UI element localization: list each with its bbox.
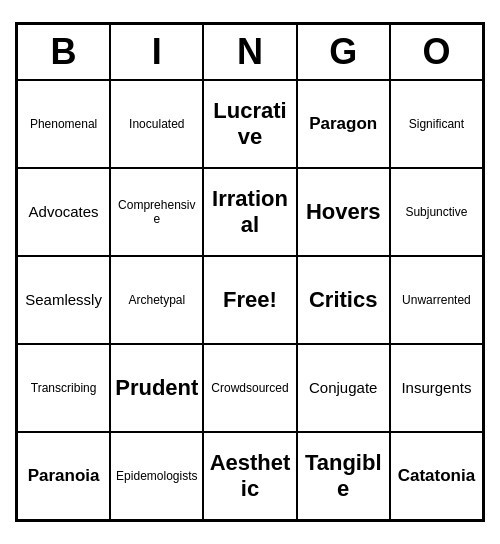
bingo-cell-1-0: Advocates <box>17 168 110 256</box>
bingo-cell-4-3: Tangible <box>297 432 390 520</box>
cell-text-2-0: Seamlessly <box>25 291 102 309</box>
cell-text-2-4: Unwarrented <box>402 293 471 307</box>
bingo-row-1: AdvocatesComprehensiveIrrationalHoversSu… <box>17 168 483 256</box>
bingo-cell-4-0: Paranoia <box>17 432 110 520</box>
cell-text-4-3: Tangible <box>302 450 385 503</box>
cell-text-0-3: Paragon <box>309 114 377 134</box>
cell-text-1-2: Irrational <box>208 186 291 239</box>
bingo-cell-0-4: Significant <box>390 80 483 168</box>
header-letter-G: G <box>297 24 390 80</box>
cell-text-3-4: Insurgents <box>401 379 471 397</box>
cell-text-0-1: Inoculated <box>129 117 184 131</box>
header-letter-I: I <box>110 24 203 80</box>
cell-text-3-0: Transcribing <box>31 381 97 395</box>
bingo-row-2: SeamlesslyArchetypalFree!CriticsUnwarren… <box>17 256 483 344</box>
bingo-header: BINGO <box>17 24 483 80</box>
bingo-cell-0-2: Lucrative <box>203 80 296 168</box>
bingo-cell-4-2: Aesthetic <box>203 432 296 520</box>
cell-text-4-1: Epidemologists <box>116 469 197 483</box>
cell-text-1-1: Comprehensive <box>115 198 198 227</box>
bingo-cell-4-1: Epidemologists <box>110 432 203 520</box>
bingo-row-0: PhenomenalInoculatedLucrativeParagonSign… <box>17 80 483 168</box>
bingo-cell-3-2: Crowdsourced <box>203 344 296 432</box>
bingo-row-4: ParanoiaEpidemologistsAestheticTangibleC… <box>17 432 483 520</box>
bingo-cell-1-2: Irrational <box>203 168 296 256</box>
cell-text-0-0: Phenomenal <box>30 117 97 131</box>
cell-text-3-1: Prudent <box>115 375 198 401</box>
bingo-cell-2-1: Archetypal <box>110 256 203 344</box>
bingo-cell-2-4: Unwarrented <box>390 256 483 344</box>
cell-text-2-1: Archetypal <box>128 293 185 307</box>
cell-text-2-3: Critics <box>309 287 377 313</box>
bingo-cell-3-3: Conjugate <box>297 344 390 432</box>
cell-text-0-2: Lucrative <box>208 98 291 151</box>
bingo-cell-2-0: Seamlessly <box>17 256 110 344</box>
bingo-cell-3-1: Prudent <box>110 344 203 432</box>
cell-text-3-2: Crowdsourced <box>211 381 288 395</box>
bingo-cell-2-2: Free! <box>203 256 296 344</box>
cell-text-4-0: Paranoia <box>28 466 100 486</box>
bingo-cell-1-4: Subjunctive <box>390 168 483 256</box>
bingo-cell-2-3: Critics <box>297 256 390 344</box>
bingo-row-3: TranscribingPrudentCrowdsourcedConjugate… <box>17 344 483 432</box>
header-letter-N: N <box>203 24 296 80</box>
cell-text-4-4: Catatonia <box>398 466 475 486</box>
cell-text-1-0: Advocates <box>29 203 99 221</box>
bingo-cell-3-4: Insurgents <box>390 344 483 432</box>
cell-text-0-4: Significant <box>409 117 464 131</box>
bingo-cell-4-4: Catatonia <box>390 432 483 520</box>
bingo-cell-0-3: Paragon <box>297 80 390 168</box>
cell-text-3-3: Conjugate <box>309 379 377 397</box>
bingo-card: BINGO PhenomenalInoculatedLucrativeParag… <box>15 22 485 522</box>
bingo-cell-3-0: Transcribing <box>17 344 110 432</box>
bingo-cell-0-1: Inoculated <box>110 80 203 168</box>
bingo-grid: PhenomenalInoculatedLucrativeParagonSign… <box>17 80 483 520</box>
header-letter-B: B <box>17 24 110 80</box>
bingo-cell-0-0: Phenomenal <box>17 80 110 168</box>
bingo-cell-1-1: Comprehensive <box>110 168 203 256</box>
cell-text-2-2: Free! <box>223 287 277 313</box>
cell-text-4-2: Aesthetic <box>208 450 291 503</box>
cell-text-1-3: Hovers <box>306 199 381 225</box>
header-letter-O: O <box>390 24 483 80</box>
cell-text-1-4: Subjunctive <box>405 205 467 219</box>
bingo-cell-1-3: Hovers <box>297 168 390 256</box>
